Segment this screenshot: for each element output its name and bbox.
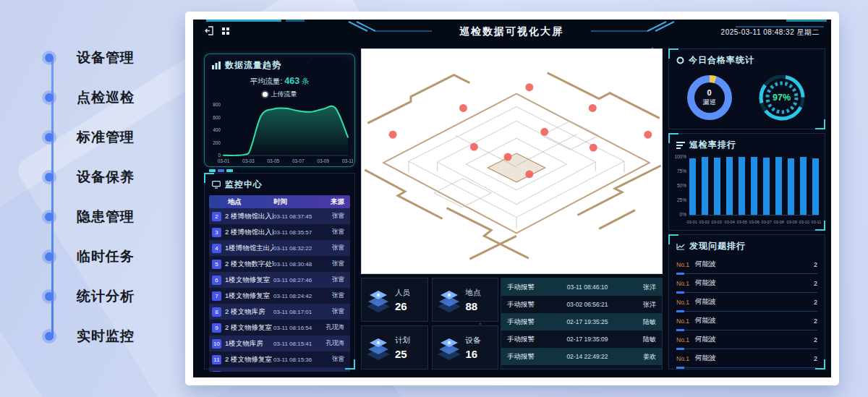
table-row[interactable]: 4 1楼博物馆主出入口 03-11 08:32:22 张雷 <box>209 240 350 256</box>
average-flow: 平均流量: 463 条 <box>205 76 354 87</box>
alarm-time: 02-14 22:49:22 <box>549 353 626 360</box>
stat-label: 计划 <box>395 336 410 346</box>
sidebar-item[interactable]: 隐患管理 <box>45 197 175 236</box>
row-number-badge: 12 <box>212 371 221 372</box>
bar-chart-x-axis: 03-0103-0203-0303-0403-0503-0603-0703-08… <box>686 220 822 224</box>
stat-label: 地点 <box>466 288 481 298</box>
alarm-name: 张洋 <box>626 300 656 310</box>
table-row[interactable]: 7 1楼文物修复室 03-11 08:24:42 张雷 <box>209 288 350 304</box>
row-place: 2 楼博物馆出入口 <box>225 212 273 221</box>
table-row[interactable]: 9 2 楼文物修复室 03-11 08:16:54 孔现海 <box>209 320 350 336</box>
person-name: 何能波 <box>695 335 814 344</box>
problem-count: 2 <box>814 299 817 306</box>
trend-line-chart: 0200400600800 03-0103-0303-0503-0703-090… <box>205 99 353 168</box>
monitor-center-panel: 监控中心 地点 时间 来源 2 2 楼博物馆出入口 03-11 08:37:45… <box>204 173 355 370</box>
stat-value: 88 <box>466 300 481 312</box>
bar <box>788 158 794 215</box>
table-row[interactable]: 6 1楼文物修复室 03-11 08:27:46 张雷 <box>209 272 350 288</box>
svg-text:600: 600 <box>213 115 221 120</box>
list-item[interactable]: 手动报警 02-17 19:35:25 陆敏 <box>501 313 662 330</box>
trend-legend: 上传流量 <box>205 90 354 99</box>
sidebar-bullet-icon <box>45 93 54 102</box>
row-place: 2 楼文物库房 <box>225 371 273 372</box>
inspection-point-marker[interactable] <box>540 128 548 136</box>
row-number-badge: 3 <box>212 228 221 237</box>
table-row[interactable]: 12 2 楼文物库房 03-11 08:14:22 孔现海 <box>209 367 350 372</box>
stat-value: 16 <box>466 348 481 360</box>
svg-text:400: 400 <box>213 127 221 132</box>
building-3d-map[interactable] <box>361 48 663 274</box>
dashboard-frame: 巡检数据可视化大屏 2025-03-11 08:48:32 星期二 数据流量趋势… <box>185 12 839 385</box>
table-row[interactable]: 2 2 楼博物馆出入口 03-11 08:37:45 张雷 <box>209 208 350 224</box>
row-time: 03-11 08:32:22 <box>273 245 326 252</box>
panel-title: 今日合格率统计 <box>689 54 754 67</box>
list-item[interactable]: 手动报警 03-02 06:56:21 张洋 <box>501 296 662 313</box>
row-number-badge: 7 <box>212 291 221 301</box>
list-item[interactable]: 手动报警 03-04 07:50:52 张多贵 <box>501 365 662 369</box>
sidebar-items: 设备管理 点检巡检 标准管理 设备保养 隐患管理 <box>45 38 175 356</box>
row-source: 张雷 <box>326 212 350 221</box>
table-row[interactable]: 3 2 楼博物馆出入口 03-11 08:35:57 张雷 <box>209 224 350 240</box>
inspection-point-marker[interactable] <box>525 170 533 178</box>
stat-icon <box>433 334 466 362</box>
rank-badge: No.1 <box>676 299 695 306</box>
person-name: 何能波 <box>695 278 814 288</box>
problem-count: 2 <box>814 280 817 287</box>
list-item[interactable]: 手动报警 03-11 08:46:10 张洋 <box>501 278 662 296</box>
list-item[interactable]: No.1 何能波 2 <box>676 330 817 349</box>
sidebar-item[interactable]: 临时任务 <box>45 236 175 276</box>
sidebar-item-label: 临时任务 <box>77 247 135 266</box>
inspection-point-marker[interactable] <box>644 131 652 139</box>
table-row[interactable]: 10 1楼文物库房 03-11 08:15:41 孔现海 <box>209 336 350 351</box>
sidebar-item[interactable]: 标准管理 <box>45 117 175 157</box>
sidebar-item[interactable]: 实时监控 <box>45 316 175 356</box>
row-source: 孔现海 <box>326 371 350 372</box>
table-row[interactable]: 5 2 楼文物数字处理室 03-11 08:30:48 张雷 <box>209 256 350 272</box>
stat-label: 人员 <box>395 288 410 298</box>
sidebar-item[interactable]: 设备保养 <box>45 157 175 197</box>
list-item[interactable]: No.1 何能波 2 <box>676 349 817 368</box>
inspection-point-marker[interactable] <box>459 104 467 112</box>
legend-dot-icon <box>263 92 268 97</box>
row-source: 张雷 <box>326 307 350 316</box>
inspection-point-marker[interactable] <box>504 153 512 161</box>
inspection-point-marker[interactable] <box>525 83 533 91</box>
bar <box>726 157 733 215</box>
table-row[interactable]: 11 2 楼文物修复室 03-11 08:15:36 张雷 <box>209 351 350 367</box>
inspection-point-marker[interactable] <box>589 104 597 112</box>
row-time: 03-11 08:16:54 <box>273 325 326 331</box>
sidebar-item[interactable]: 统计分析 <box>45 276 175 316</box>
alarm-type: 手动报警 <box>507 335 549 344</box>
stat-value: 25 <box>395 348 410 360</box>
row-time: 03-11 08:30:48 <box>273 261 326 268</box>
sidebar-item-label: 实时监控 <box>77 327 135 346</box>
list-item[interactable]: No.1 何能波 2 <box>676 274 817 293</box>
alarm-list: 手动报警 03-11 08:46:10 张洋 手动报警 03-02 06:56:… <box>501 278 662 369</box>
list-item[interactable]: No.1 何能波 2 <box>676 293 817 312</box>
svg-text:03-11: 03-11 <box>342 158 353 163</box>
sidebar-bullet-icon <box>45 133 54 142</box>
inspection-point-marker[interactable] <box>590 144 597 152</box>
stat-icon <box>362 334 395 362</box>
list-item[interactable]: 手动报警 02-14 22:49:22 姜欢 <box>501 348 662 365</box>
inspection-point-marker[interactable] <box>470 143 478 151</box>
inspection-point-marker[interactable] <box>389 131 397 139</box>
missed-label: 漏巡 <box>703 98 716 107</box>
list-item[interactable]: No.1 何能波 2 <box>676 312 817 330</box>
sidebar-item[interactable]: 设备管理 <box>45 38 175 77</box>
row-number-badge: 4 <box>212 244 221 253</box>
table-row[interactable]: 8 2 楼文物库房 03-11 08:17:01 张雷 <box>209 304 350 320</box>
list-item[interactable]: 手动报警 02-17 19:35:09 陆敏 <box>501 330 662 348</box>
sidebar-bullet-icon <box>45 252 54 261</box>
sidebar-item[interactable]: 点检巡检 <box>45 77 175 117</box>
sidebar-bullet-icon <box>45 292 54 301</box>
list-item[interactable]: No.1 何能波 2 <box>676 255 817 274</box>
problem-count: 2 <box>814 336 817 343</box>
alarm-time: 03-11 08:46:10 <box>549 283 626 291</box>
row-source: 孔现海 <box>326 323 350 332</box>
problem-ranking-list: No.1 何能波 2 No.1 何能波 2 No.1 何能波 2 No <box>676 255 817 368</box>
pass-rate-value: 97% <box>757 72 807 123</box>
main-sidebar: 设备管理 点检巡检 标准管理 设备保养 隐患管理 <box>45 38 175 356</box>
alarm-name: 陆敏 <box>626 335 656 344</box>
stat-label: 设备 <box>466 336 481 346</box>
